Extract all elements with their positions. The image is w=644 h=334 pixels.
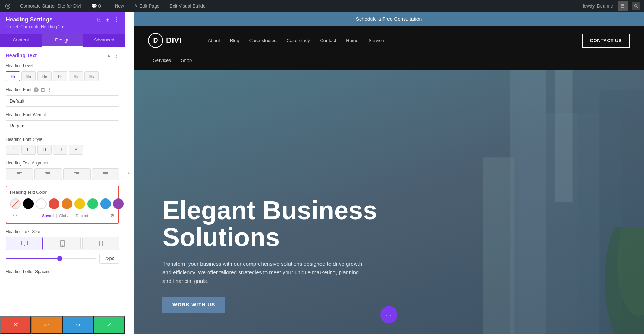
align-justify-button[interactable] (92, 168, 119, 180)
svg-point-1 (621, 4, 624, 6)
color-settings-gear-icon[interactable]: ⚙ (110, 213, 115, 218)
heading-h2-button[interactable]: H₂ (21, 71, 36, 81)
letter-spacing-row: Heading Letter Spacing (6, 269, 119, 274)
nav-services[interactable]: Services (148, 55, 176, 66)
tab-design[interactable]: Design (42, 34, 83, 47)
color-yellow-swatch[interactable] (74, 198, 85, 209)
size-tablet-icon[interactable] (44, 237, 81, 250)
heading-h1-button[interactable]: H₁ (6, 71, 20, 81)
svg-point-2 (635, 4, 637, 7)
text-size-slider[interactable] (6, 258, 96, 259)
hero-cta-button[interactable]: WORK WITH US (162, 297, 225, 313)
underline-button[interactable]: U (53, 145, 67, 155)
heading-h6-button[interactable]: H₆ (84, 71, 99, 81)
nav-shop[interactable]: Shop (176, 55, 197, 66)
save-button[interactable]: ✓ (94, 316, 125, 334)
cancel-button[interactable]: ✕ (0, 316, 31, 334)
panel-resize-handle[interactable]: ↔ (125, 12, 134, 334)
color-tab-global[interactable]: Global (58, 213, 72, 218)
color-tab-recent[interactable]: Recent (74, 213, 90, 218)
wp-admin-bar: Corporate Starter Site for Divi 💬 0 + Ne… (0, 0, 644, 12)
nav-blog[interactable]: Blog (225, 35, 244, 46)
text-alignment-row: Heading Text Alignment (6, 161, 119, 180)
align-right-button[interactable] (63, 168, 91, 180)
capitalize-button[interactable]: Tt (37, 145, 52, 155)
contact-us-button[interactable]: CONTACT US (582, 34, 630, 48)
color-red-swatch[interactable] (49, 198, 59, 209)
search-button[interactable] (632, 2, 640, 10)
admin-bar-right: Howdy, Deanna (580, 1, 640, 11)
hero-section: Elegant Business Solutions Transform you… (134, 70, 644, 334)
new-content-link[interactable]: + New (109, 2, 126, 10)
font-weight-label: Heading Font Weight (6, 112, 119, 117)
hero-content: Elegant Business Solutions Transform you… (162, 197, 377, 313)
tab-advanced[interactable]: Advanced (83, 34, 125, 47)
color-black-swatch[interactable] (23, 198, 34, 209)
section-collapse-icon[interactable]: ▲ (106, 53, 111, 58)
align-center-button[interactable] (34, 168, 62, 180)
font-style-buttons: I TT Tt U S (6, 145, 119, 155)
nav-contact[interactable]: Contact (315, 35, 341, 46)
heading-level-label: Heading Level (6, 63, 119, 68)
font-help-icon[interactable]: ? (34, 87, 39, 92)
section-more-icon[interactable]: ⋮ (114, 53, 119, 58)
color-green-swatch[interactable] (87, 198, 98, 209)
undo-button[interactable]: ↩ (31, 316, 62, 334)
font-style-row: Heading Font Style I TT Tt U S (6, 137, 119, 155)
nav-case-studies[interactable]: Case-studies (244, 35, 282, 46)
heading-h4-button[interactable]: H₄ (53, 71, 67, 81)
comments-link[interactable]: 💬 0 (89, 2, 103, 10)
heading-h3-button[interactable]: H₃ (37, 71, 52, 81)
color-transparent-swatch[interactable] (10, 198, 21, 209)
font-more-icon[interactable]: ⋮ (47, 87, 52, 93)
color-more-button[interactable]: ··· (10, 212, 20, 219)
site-logo[interactable]: D DIVI (148, 33, 181, 48)
color-blue-swatch[interactable] (100, 198, 111, 209)
color-purple-swatch[interactable] (113, 198, 124, 209)
redo-button[interactable]: ↪ (63, 316, 94, 334)
strikethrough-button[interactable]: S (69, 145, 83, 155)
color-orange-swatch[interactable] (62, 198, 72, 209)
size-desktop-icon[interactable] (6, 237, 43, 250)
section-title: Heading Text (6, 53, 37, 58)
panel-settings-icon[interactable]: ⊡ (97, 16, 102, 23)
text-size-label: Heading Text Size (6, 229, 119, 234)
user-avatar[interactable] (618, 1, 628, 11)
heading-level-row: Heading Level H₁ H₂ H₃ H₄ H₅ H₆ (6, 63, 119, 81)
settings-panel: Heading Settings ⊡ ⊞ ⋮ Preset: Corporate… (0, 12, 125, 334)
site-name-link[interactable]: Corporate Starter Site for Divi (18, 2, 83, 10)
color-tab-saved[interactable]: Saved (41, 213, 55, 218)
font-weight-select[interactable]: Regular (6, 120, 119, 131)
color-white-swatch[interactable] (36, 198, 47, 209)
italic-button[interactable]: I (6, 145, 20, 155)
heading-font-row: Heading Font ? ⊡ ⋮ Default (6, 87, 119, 107)
svg-line-3 (637, 6, 638, 8)
heading-h5-button[interactable]: H₅ (69, 71, 83, 81)
font-select[interactable]: Default (6, 95, 119, 107)
preset-selector[interactable]: Preset: Corporate Heading 1 (6, 24, 119, 29)
nav-links: About Blog Case-studies Case-study Conta… (203, 35, 582, 46)
color-tab-group: Saved | Global | Recent (41, 213, 90, 218)
edit-page-link[interactable]: ✎ Edit Page (132, 2, 162, 10)
exit-visual-builder-link[interactable]: Exit Visual Builder (167, 2, 209, 10)
site-top-bar: Schedule a Free Consultation (134, 12, 644, 26)
nav-about[interactable]: About (203, 35, 225, 46)
heading-font-label: Heading Font ? ⊡ ⋮ (6, 87, 119, 93)
uppercase-button[interactable]: TT (21, 145, 36, 155)
tab-content[interactable]: Content (0, 34, 42, 47)
slider-thumb[interactable] (57, 256, 62, 261)
panel-more-icon[interactable]: ⋮ (113, 16, 119, 23)
wp-logo-icon[interactable] (4, 2, 12, 10)
nav-case-study[interactable]: Case-study (282, 35, 315, 46)
font-copy-icon[interactable]: ⊡ (41, 87, 45, 93)
color-swatches (10, 198, 115, 209)
panel-header-icons: ⊡ ⊞ ⋮ (97, 16, 119, 23)
size-mobile-icon[interactable] (82, 237, 119, 250)
align-left-button[interactable] (6, 168, 33, 180)
panel-grid-icon[interactable]: ⊞ (105, 16, 110, 23)
nav-home[interactable]: Home (341, 35, 364, 46)
hero-subtitle: Transform your business with our compreh… (162, 260, 370, 285)
nav-service[interactable]: Service (364, 35, 389, 46)
floating-action-button[interactable]: ··· (380, 306, 397, 323)
text-size-value[interactable]: 72px (99, 254, 119, 264)
